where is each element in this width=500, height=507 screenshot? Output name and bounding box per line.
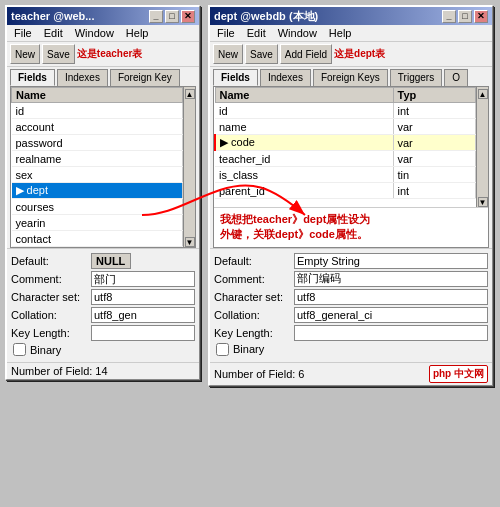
scroll-up-right[interactable]: ▲ bbox=[478, 89, 488, 99]
table-row[interactable]: parent_id int bbox=[215, 183, 476, 199]
prop-charset-left: Character set: utf8 bbox=[11, 289, 195, 305]
tab-foreignkeys-right[interactable]: Foreign Keys bbox=[313, 69, 388, 86]
save-btn-left[interactable]: Save bbox=[42, 44, 75, 64]
comment-value-left[interactable]: 部门 bbox=[91, 271, 195, 287]
status-text-left: Number of Field: 14 bbox=[11, 365, 108, 377]
scroll-up-left[interactable]: ▲ bbox=[185, 89, 195, 99]
tab-fields-left[interactable]: Fields bbox=[10, 69, 55, 86]
status-bar-right: Number of Field: 6 php 中文网 bbox=[210, 362, 492, 385]
keylength-label-left: Key Length: bbox=[11, 327, 91, 339]
charset-label-left: Character set: bbox=[11, 291, 91, 303]
default-value-left[interactable]: NULL bbox=[91, 253, 131, 269]
annotation-area: 我想把teacher》dept属性设为外键，关联dept》code属性。 bbox=[214, 207, 488, 247]
new-btn-left[interactable]: New bbox=[10, 44, 40, 64]
charset-value-right[interactable]: utf8 bbox=[294, 289, 488, 305]
title-bar-buttons-left: _ □ ✕ bbox=[149, 10, 195, 23]
binary-checkbox-left[interactable] bbox=[13, 343, 26, 356]
table-row[interactable]: id bbox=[12, 103, 183, 119]
properties-left: Default: NULL Comment: 部门 Character set:… bbox=[7, 248, 199, 362]
menu-edit-left[interactable]: Edit bbox=[39, 26, 68, 40]
table-row-selected[interactable]: ▶ dept bbox=[12, 183, 183, 199]
minimize-btn-left[interactable]: _ bbox=[149, 10, 163, 23]
menu-bar-right: File Edit Window Help bbox=[210, 25, 492, 42]
table-row[interactable]: realname bbox=[12, 151, 183, 167]
tab-indexes-right[interactable]: Indexes bbox=[260, 69, 311, 86]
close-btn-right[interactable]: ✕ bbox=[474, 10, 488, 23]
charset-value-left[interactable]: utf8 bbox=[91, 289, 195, 305]
teacher-title: teacher @web... bbox=[11, 10, 94, 22]
prop-collation-right: Collation: utf8_general_ci bbox=[214, 307, 488, 323]
close-btn-left[interactable]: ✕ bbox=[181, 10, 195, 23]
dept-window: dept @webdb (本地) _ □ ✕ File Edit Window … bbox=[208, 5, 493, 386]
teacher-window: teacher @web... _ □ ✕ File Edit Window H… bbox=[5, 5, 200, 380]
menu-file-left[interactable]: File bbox=[9, 26, 37, 40]
comment-value-right[interactable]: 部门编码 bbox=[294, 271, 488, 287]
data-table-left: Name id account password bbox=[11, 87, 183, 247]
binary-row-right: Binary bbox=[214, 343, 488, 356]
col-name-right: Name bbox=[215, 88, 393, 103]
table-row-highlighted[interactable]: ▶ code var bbox=[215, 135, 476, 151]
prop-keylength-left: Key Length: bbox=[11, 325, 195, 341]
binary-checkbox-right[interactable] bbox=[216, 343, 229, 356]
menu-window-left[interactable]: Window bbox=[70, 26, 119, 40]
prop-collation-left: Collation: utf8_gen bbox=[11, 307, 195, 323]
menu-edit-right[interactable]: Edit bbox=[242, 26, 271, 40]
add-field-btn[interactable]: Add Field bbox=[280, 44, 332, 64]
menu-help-right[interactable]: Help bbox=[324, 26, 357, 40]
teacher-title-bar: teacher @web... _ □ ✕ bbox=[7, 7, 199, 25]
comment-label-right: Comment: bbox=[214, 273, 294, 285]
prop-default-right: Default: Empty String bbox=[214, 253, 488, 269]
tab-foreignkey-left[interactable]: Foreign Key bbox=[110, 69, 180, 86]
menu-file-right[interactable]: File bbox=[212, 26, 240, 40]
tab-fields-right[interactable]: Fields bbox=[213, 69, 258, 86]
prop-default-left: Default: NULL bbox=[11, 253, 195, 269]
table-row[interactable]: name var bbox=[215, 119, 476, 135]
maximize-btn-left[interactable]: □ bbox=[165, 10, 179, 23]
tab-content-left: Name id account password bbox=[10, 86, 196, 248]
maximize-btn-right[interactable]: □ bbox=[458, 10, 472, 23]
scroll-down-left[interactable]: ▼ bbox=[185, 237, 195, 247]
fields-table-left: Name id account password bbox=[11, 87, 183, 247]
default-value-right[interactable]: Empty String bbox=[294, 253, 488, 269]
toolbar-left: New Save 这是teacher表 bbox=[7, 42, 199, 67]
prop-comment-left: Comment: 部门 bbox=[11, 271, 195, 287]
default-label-right: Default: bbox=[214, 255, 294, 267]
tab-triggers-right[interactable]: Triggers bbox=[390, 69, 442, 86]
table-row[interactable]: account bbox=[12, 119, 183, 135]
toolbar-right: New Save Add Field 这是dept表 bbox=[210, 42, 492, 67]
keylength-value-left[interactable] bbox=[91, 325, 195, 341]
title-bar-buttons-right: _ □ ✕ bbox=[442, 10, 488, 23]
scroll-down-right[interactable]: ▼ bbox=[478, 197, 488, 207]
tabs-right: Fields Indexes Foreign Keys Triggers O bbox=[210, 67, 492, 86]
binary-row-left: Binary bbox=[11, 343, 195, 356]
tab-indexes-left[interactable]: Indexes bbox=[57, 69, 108, 86]
table-row[interactable]: contact bbox=[12, 231, 183, 247]
table-row[interactable]: teacher_id var bbox=[215, 151, 476, 167]
table-row[interactable]: sex bbox=[12, 167, 183, 183]
keylength-value-right[interactable] bbox=[294, 325, 488, 341]
dept-title: dept @webdb (本地) bbox=[214, 9, 318, 24]
binary-label-left: Binary bbox=[30, 344, 61, 356]
minimize-btn-right[interactable]: _ bbox=[442, 10, 456, 23]
teacher-label: 这是teacher表 bbox=[77, 47, 143, 61]
dept-title-bar: dept @webdb (本地) _ □ ✕ bbox=[210, 7, 492, 25]
col-type-right: Typ bbox=[393, 88, 476, 103]
collation-label-left: Collation: bbox=[11, 309, 91, 321]
scrollbar-right[interactable]: ▲ ▼ bbox=[476, 87, 488, 207]
new-btn-right[interactable]: New bbox=[213, 44, 243, 64]
menu-help-left[interactable]: Help bbox=[121, 26, 154, 40]
table-row[interactable]: address bbox=[12, 247, 183, 248]
save-btn-right[interactable]: Save bbox=[245, 44, 278, 64]
collation-label-right: Collation: bbox=[214, 309, 294, 321]
table-row[interactable]: password bbox=[12, 135, 183, 151]
table-row[interactable]: yearin bbox=[12, 215, 183, 231]
tab-other-right[interactable]: O bbox=[444, 69, 468, 86]
collation-value-left[interactable]: utf8_gen bbox=[91, 307, 195, 323]
table-row[interactable]: courses bbox=[12, 199, 183, 215]
collation-value-right[interactable]: utf8_general_ci bbox=[294, 307, 488, 323]
scrollbar-left[interactable]: ▲ ▼ bbox=[183, 87, 195, 247]
menu-window-right[interactable]: Window bbox=[273, 26, 322, 40]
table-row[interactable]: is_class tin bbox=[215, 167, 476, 183]
table-row[interactable]: id int bbox=[215, 103, 476, 119]
charset-label-right: Character set: bbox=[214, 291, 294, 303]
